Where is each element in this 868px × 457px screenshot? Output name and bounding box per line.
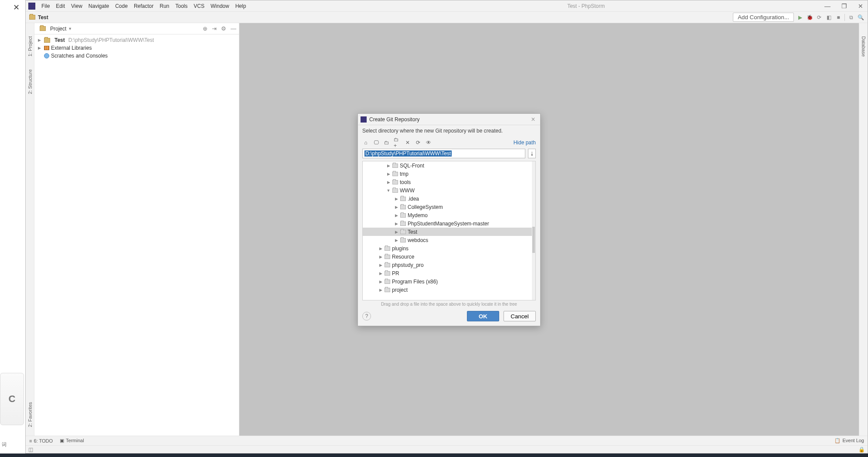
status-lock-icon[interactable]: 🔒 bbox=[858, 447, 865, 453]
file-tree-node[interactable]: ▶Program Files (x86) bbox=[363, 277, 532, 286]
menu-code[interactable]: Code bbox=[112, 2, 130, 10]
dialog-close-icon[interactable]: × bbox=[529, 116, 538, 123]
breadcrumb[interactable]: Test bbox=[38, 14, 48, 20]
chevron-down-icon: ▼ bbox=[68, 27, 72, 31]
file-tree-node[interactable]: ▶tmp bbox=[363, 170, 532, 178]
tab-project-vertical[interactable]: 1: Project bbox=[27, 36, 33, 56]
tab-todo[interactable]: ≡6: TODO bbox=[29, 438, 53, 443]
home-icon[interactable]: ⌂ bbox=[362, 139, 369, 146]
expand-arrow-icon[interactable]: ▶ bbox=[378, 263, 383, 267]
tab-database-vertical[interactable]: Database bbox=[861, 36, 866, 57]
desktop-icon[interactable]: 🖵 bbox=[373, 139, 380, 146]
expand-arrow-icon[interactable]: ▼ bbox=[386, 188, 391, 193]
file-tree-node[interactable]: ▶PhpStudentManageSystem-master bbox=[363, 219, 532, 228]
expand-arrow-icon[interactable]: ▶ bbox=[378, 280, 383, 284]
path-input[interactable]: D:\phpStudy\PHPTutorial\WWW\Test bbox=[362, 149, 525, 158]
file-tree-node[interactable]: ▶project bbox=[363, 286, 532, 294]
library-icon bbox=[44, 46, 49, 50]
delete-icon[interactable]: ✕ bbox=[404, 139, 411, 146]
file-tree-node[interactable]: ▶Mydemo bbox=[363, 211, 532, 219]
hide-panel-icon[interactable]: — bbox=[231, 25, 236, 32]
update-project-icon[interactable]: ⧉ bbox=[848, 14, 854, 21]
expand-arrow-icon[interactable]: ▶ bbox=[394, 230, 398, 234]
menu-tools[interactable]: Tools bbox=[173, 2, 190, 10]
collapse-all-icon[interactable]: ⇥ bbox=[212, 25, 217, 32]
scrollbar-track[interactable] bbox=[532, 161, 535, 300]
tab-structure-vertical[interactable]: 2: Structure bbox=[27, 69, 33, 94]
project-tool-window: Project ▼ ⊕ ⇥ ⚙ — ▶ Test D:\phpStudy\PHP… bbox=[34, 23, 239, 436]
scrollbar-thumb[interactable] bbox=[532, 227, 535, 253]
expand-arrow-icon[interactable]: ▶ bbox=[386, 164, 391, 168]
status-bar: ◫ 🔒 bbox=[26, 445, 868, 453]
coverage-icon[interactable]: ⟳ bbox=[816, 14, 823, 21]
help-button[interactable]: ? bbox=[362, 312, 371, 321]
menu-vcs[interactable]: VCS bbox=[191, 2, 207, 10]
tab-favorites-vertical[interactable]: 2: Favorites bbox=[27, 402, 33, 427]
cancel-button[interactable]: Cancel bbox=[504, 311, 536, 321]
menu-file[interactable]: File bbox=[39, 2, 52, 10]
run-icon[interactable]: ▶ bbox=[797, 14, 803, 21]
show-hidden-icon[interactable]: 👁 bbox=[425, 139, 432, 146]
expand-arrow-icon[interactable]: ▶ bbox=[394, 222, 398, 226]
menu-view[interactable]: View bbox=[68, 2, 85, 10]
file-tree[interactable]: ▶SQL-Front▶tmp▶tools▼WWW▶.idea▶CollegeSy… bbox=[362, 161, 536, 300]
hide-path-link[interactable]: Hide path bbox=[514, 140, 536, 146]
file-tree-node[interactable]: ▶PR bbox=[363, 269, 532, 277]
expand-arrow-icon[interactable]: ▶ bbox=[394, 238, 398, 242]
refresh-icon[interactable]: ⟳ bbox=[415, 139, 422, 146]
maximize-button[interactable]: ❐ bbox=[840, 3, 848, 10]
windows-taskbar[interactable] bbox=[0, 454, 868, 457]
menu-refactor[interactable]: Refactor bbox=[131, 2, 156, 10]
file-tree-node[interactable]: ▶CollegeSystem bbox=[363, 203, 532, 211]
project-tree[interactable]: ▶ Test D:\phpStudy\PHPTutorial\WWW\Test … bbox=[34, 34, 239, 61]
path-history-dropdown[interactable]: ⭳ bbox=[528, 149, 536, 158]
profile-icon[interactable]: ◧ bbox=[825, 14, 832, 21]
search-everywhere-icon[interactable]: 🔍 bbox=[857, 14, 864, 21]
menu-edit[interactable]: Edit bbox=[53, 2, 68, 10]
expand-arrow-icon[interactable]: ▶ bbox=[378, 255, 383, 259]
close-button[interactable]: ✕ bbox=[856, 3, 865, 10]
file-tree-node[interactable]: ▶tools bbox=[363, 178, 532, 186]
expand-arrow-icon[interactable]: ▶ bbox=[386, 180, 391, 184]
file-tree-node[interactable]: ▼WWW bbox=[363, 186, 532, 194]
file-tree-node[interactable]: ▶Test bbox=[363, 228, 532, 236]
file-tree-node[interactable]: ▶SQL-Front bbox=[363, 161, 532, 170]
add-configuration-button[interactable]: Add Configuration... bbox=[733, 13, 794, 22]
new-folder-icon[interactable]: 🗀+ bbox=[394, 139, 401, 146]
dialog-title-bar[interactable]: Create Git Repository × bbox=[358, 114, 540, 125]
external-close-icon[interactable]: ✕ bbox=[13, 3, 20, 12]
project-dir-icon[interactable]: 🗀 bbox=[383, 139, 390, 146]
menu-help[interactable]: Help bbox=[233, 2, 249, 10]
expand-arrow-icon[interactable]: ▶ bbox=[378, 246, 383, 251]
scratches-node[interactable]: ▶ Scratches and Consoles bbox=[34, 52, 239, 60]
locate-icon[interactable]: ⊕ bbox=[203, 25, 208, 32]
expand-arrow-icon[interactable]: ▶ bbox=[378, 271, 383, 276]
file-tree-node[interactable]: ▶Resource bbox=[363, 252, 532, 261]
settings-gear-icon[interactable]: ⚙ bbox=[221, 25, 226, 32]
expand-arrow-icon[interactable]: ▶ bbox=[394, 197, 398, 201]
expand-arrow-icon[interactable]: ▶ bbox=[378, 288, 383, 292]
stop-icon[interactable]: ■ bbox=[835, 14, 842, 21]
menu-window[interactable]: Window bbox=[208, 2, 232, 10]
debug-icon[interactable]: 🐞 bbox=[806, 14, 813, 21]
file-tree-node[interactable]: ▶phpstudy_pro bbox=[363, 261, 532, 269]
project-view-selector[interactable]: Project ▼ bbox=[37, 25, 75, 33]
expand-arrow-icon[interactable]: ▶ bbox=[394, 213, 398, 218]
minimize-button[interactable]: — bbox=[823, 3, 832, 10]
expand-arrow-icon[interactable]: ▶ bbox=[386, 172, 391, 176]
file-tree-node[interactable]: ▶webdocs bbox=[363, 236, 532, 244]
tab-event-log[interactable]: 📋Event Log bbox=[834, 438, 864, 443]
folder-icon bbox=[400, 230, 406, 234]
menu-run[interactable]: Run bbox=[157, 2, 172, 10]
ok-button[interactable]: OK bbox=[467, 311, 499, 321]
project-root-node[interactable]: ▶ Test D:\phpStudy\PHPTutorial\WWW\Test bbox=[34, 36, 239, 44]
folder-icon bbox=[400, 205, 406, 209]
external-libraries-node[interactable]: ▶ External Libraries bbox=[34, 44, 239, 52]
tab-terminal[interactable]: ▣Terminal bbox=[60, 438, 84, 443]
right-tool-stripe: Database bbox=[859, 23, 868, 436]
file-tree-node[interactable]: ▶plugins bbox=[363, 244, 532, 252]
menu-navigate[interactable]: Navigate bbox=[86, 2, 112, 10]
expand-arrow-icon[interactable]: ▶ bbox=[394, 205, 398, 209]
status-corner-icon[interactable]: ◫ bbox=[28, 447, 33, 453]
file-tree-node[interactable]: ▶.idea bbox=[363, 194, 532, 203]
